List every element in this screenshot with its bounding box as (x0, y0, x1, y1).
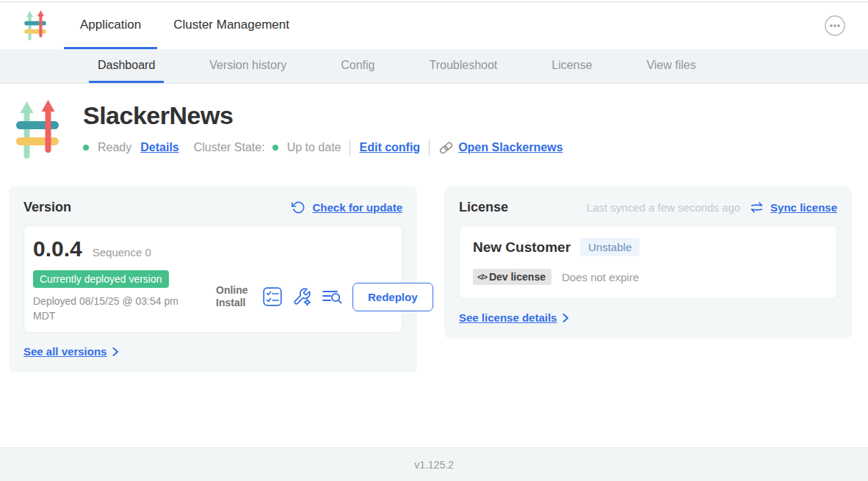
see-all-versions-link[interactable]: See all versions (23, 345, 106, 358)
cluster-state-value: Up to date (287, 141, 341, 154)
config-tools-icon[interactable] (292, 287, 311, 306)
refresh-icon (292, 200, 305, 214)
status-divider (429, 140, 430, 156)
check-for-update[interactable]: Check for update (292, 200, 402, 214)
subnav-tab-troubleshoot[interactable]: Troubleshoot (420, 49, 506, 83)
see-license-details-link[interactable]: See license details (459, 311, 557, 324)
deployed-timestamp: Deployed 08/15/25 @ 03:54 pm MDT (33, 294, 200, 323)
app-header: SlackerNews Ready Details Cluster State:… (16, 100, 852, 160)
open-app-link[interactable]: Open Slackernews (458, 141, 563, 154)
navbar-tab-cluster-management[interactable]: Cluster Management (157, 2, 305, 49)
app-status-row: Ready Details Cluster State: Up to date … (83, 140, 571, 156)
check-for-update-link[interactable]: Check for update (312, 201, 402, 214)
subnav-tab-version-history[interactable]: Version history (200, 49, 295, 83)
app-status-dot (83, 145, 89, 151)
install-type-label: Online Install (216, 284, 253, 310)
subnav-tab-license[interactable]: License (543, 49, 601, 83)
license-type-badge: </> Dev license (473, 269, 551, 285)
see-license-details[interactable]: See license details (459, 311, 837, 324)
link-chain-icon (438, 140, 454, 156)
license-expiration: Does not expire (562, 271, 639, 283)
license-card-title: License (459, 200, 508, 215)
subnav-tab-config[interactable]: Config (332, 49, 383, 83)
app-subnav: Dashboard Version history Config Trouble… (0, 49, 868, 84)
edit-config-link[interactable]: Edit config (359, 141, 420, 154)
sequence-label: Sequence 0 (93, 246, 151, 258)
navbar-tabs: Application Cluster Management (64, 2, 305, 49)
status-details-link[interactable]: Details (140, 141, 178, 154)
version-card-title: Version (23, 200, 71, 215)
main-content: SlackerNews Ready Details Cluster State:… (0, 84, 868, 447)
channel-badge: Unstable (580, 238, 640, 256)
app-status-text: Ready (98, 141, 131, 154)
preflight-checks-icon[interactable] (263, 287, 282, 306)
subnav-tab-dashboard[interactable]: Dashboard (89, 49, 164, 83)
sync-license-link[interactable]: Sync license (770, 201, 837, 214)
license-panel: New Customer Unstable </> Dev license Do… (459, 225, 837, 299)
app-logo-icon (24, 10, 46, 41)
admin-console-page: Application Cluster Management Dashboard… (0, 0, 868, 481)
last-synced-text: Last synced a few seconds ago (587, 201, 740, 214)
dashboard-cards: Version Check for update 0.0.4 (9, 187, 852, 372)
current-version-panel: 0.0.4 Sequence 0 Currently deployed vers… (23, 225, 402, 333)
chevron-right-icon (562, 313, 569, 323)
cluster-state-label: Cluster State: (194, 141, 265, 154)
license-card: License Last synced a few seconds ago Sy… (444, 187, 852, 339)
top-navbar: Application Cluster Management (0, 2, 868, 49)
version-number: 0.0.4 (33, 236, 82, 261)
see-all-versions[interactable]: See all versions (23, 345, 402, 358)
navbar-tab-application[interactable]: Application (64, 2, 157, 49)
chevron-right-icon (112, 347, 119, 357)
customer-name: New Customer (473, 239, 571, 256)
app-logo-large-icon (16, 100, 59, 160)
console-footer: v1.125.2 (0, 447, 868, 481)
status-divider (350, 140, 350, 156)
page-title: SlackerNews (83, 101, 571, 130)
license-type-label: Dev license (489, 271, 546, 283)
sync-arrows-icon (750, 200, 764, 214)
cluster-state-dot (272, 145, 278, 151)
deployed-status-badge: Currently deployed version (33, 270, 169, 288)
redeploy-button[interactable]: Redeploy (352, 283, 433, 311)
version-card: Version Check for update 0.0.4 (9, 187, 417, 372)
subnav-tab-view-files[interactable]: View files (637, 49, 704, 83)
code-icon: </> (477, 272, 487, 281)
overflow-menu-icon[interactable] (824, 15, 846, 37)
console-version: v1.125.2 (414, 459, 454, 471)
view-logs-icon[interactable] (322, 288, 342, 305)
